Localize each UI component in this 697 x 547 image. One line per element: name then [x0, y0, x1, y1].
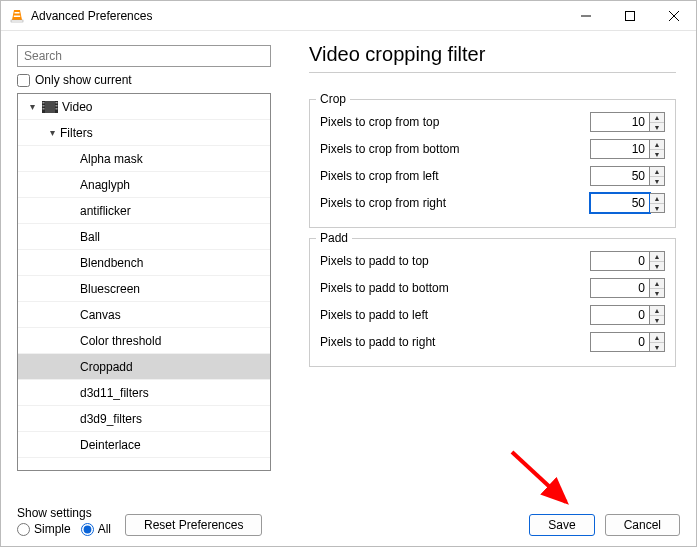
tree-item-filter[interactable]: Alpha mask — [18, 146, 270, 172]
show-settings-label: Show settings — [17, 506, 111, 520]
padd-top-spin[interactable]: ▲▼ — [590, 251, 665, 271]
padd-group: Padd Pixels to padd to top▲▼Pixels to pa… — [309, 238, 676, 367]
crop-group: Crop Pixels to crop from top▲▼Pixels to … — [309, 99, 676, 228]
padd-left-spin[interactable]: ▲▼ — [590, 305, 665, 325]
padd-left-label: Pixels to padd to left — [320, 308, 428, 322]
simple-radio[interactable] — [17, 523, 30, 536]
window-controls — [564, 1, 696, 31]
svg-rect-1 — [15, 12, 20, 14]
padd-top-input[interactable] — [590, 251, 650, 271]
search-input[interactable] — [17, 45, 271, 67]
close-button[interactable] — [652, 1, 696, 31]
simple-label: Simple — [34, 522, 71, 536]
tree-label: d3d9_filters — [80, 412, 142, 426]
tree-item-filter[interactable]: Blendbench — [18, 250, 270, 276]
only-show-current-label: Only show current — [35, 73, 132, 87]
spin-down-button[interactable]: ▼ — [650, 288, 664, 297]
spin-down-button[interactable]: ▼ — [650, 149, 664, 158]
svg-rect-15 — [56, 108, 58, 110]
padd-top-row: Pixels to padd to top▲▼ — [320, 248, 665, 274]
tree-label: Deinterlace — [80, 438, 141, 452]
crop-bottom-spin[interactable]: ▲▼ — [590, 139, 665, 159]
only-show-current-row[interactable]: Only show current — [17, 73, 279, 87]
padd-top-label: Pixels to padd to top — [320, 254, 429, 268]
video-icon — [42, 99, 58, 115]
reset-preferences-button[interactable]: Reset Preferences — [125, 514, 262, 536]
crop-top-spin[interactable]: ▲▼ — [590, 112, 665, 132]
spin-down-button[interactable]: ▼ — [650, 315, 664, 324]
padd-bottom-spin[interactable]: ▲▼ — [590, 278, 665, 298]
tree-label: Blendbench — [80, 256, 143, 270]
minimize-button[interactable] — [564, 1, 608, 31]
crop-bottom-label: Pixels to crop from bottom — [320, 142, 459, 156]
all-label: All — [98, 522, 111, 536]
tree-label: Video — [62, 100, 92, 114]
spin-down-button[interactable]: ▼ — [650, 342, 664, 351]
maximize-button[interactable] — [608, 1, 652, 31]
crop-bottom-input[interactable] — [590, 139, 650, 159]
padd-right-row: Pixels to padd to right▲▼ — [320, 329, 665, 355]
crop-right-spin[interactable]: ▲▼ — [590, 193, 665, 213]
tree-item-filter[interactable]: d3d11_filters — [18, 380, 270, 406]
padd-right-spin[interactable]: ▲▼ — [590, 332, 665, 352]
chevron-down-icon: ▾ — [26, 101, 38, 112]
svg-rect-13 — [56, 102, 58, 104]
spin-up-button[interactable]: ▲ — [650, 194, 664, 203]
only-show-current-checkbox[interactable] — [17, 74, 30, 87]
spin-down-button[interactable]: ▼ — [650, 122, 664, 131]
tree-item-filters[interactable]: ▾ Filters — [18, 120, 270, 146]
cancel-button[interactable]: Cancel — [605, 514, 680, 536]
left-panel: Only show current ▾ Video ▾ Filters Alph… — [1, 31, 279, 496]
vlc-icon — [9, 8, 25, 24]
tree-item-filter[interactable]: Anaglyph — [18, 172, 270, 198]
tree-label: Anaglyph — [80, 178, 130, 192]
crop-right-label: Pixels to crop from right — [320, 196, 446, 210]
bottom-bar: Show settings Simple All Reset Preferenc… — [1, 496, 696, 546]
spin-up-button[interactable]: ▲ — [650, 113, 664, 122]
crop-top-label: Pixels to crop from top — [320, 115, 439, 129]
tree-item-filter[interactable]: Color threshold — [18, 328, 270, 354]
crop-top-input[interactable] — [590, 112, 650, 132]
all-radio[interactable] — [81, 523, 94, 536]
crop-left-spin[interactable]: ▲▼ — [590, 166, 665, 186]
tree-item-filter[interactable]: antiflicker — [18, 198, 270, 224]
spin-up-button[interactable]: ▲ — [650, 252, 664, 261]
spin-up-button[interactable]: ▲ — [650, 167, 664, 176]
padd-left-input[interactable] — [590, 305, 650, 325]
crop-top-row: Pixels to crop from top▲▼ — [320, 109, 665, 135]
window-title: Advanced Preferences — [31, 9, 564, 23]
spin-up-button[interactable]: ▲ — [650, 279, 664, 288]
crop-left-input[interactable] — [590, 166, 650, 186]
spin-down-button[interactable]: ▼ — [650, 261, 664, 270]
tree-item-filter[interactable]: Deinterlace — [18, 432, 270, 458]
tree-item-filter[interactable]: Croppadd — [18, 354, 270, 380]
spin-down-button[interactable]: ▼ — [650, 203, 664, 212]
save-button[interactable]: Save — [529, 514, 594, 536]
tree-item-filter[interactable]: Ball — [18, 224, 270, 250]
spin-down-button[interactable]: ▼ — [650, 176, 664, 185]
chevron-down-icon: ▾ — [46, 127, 58, 138]
spin-up-button[interactable]: ▲ — [650, 306, 664, 315]
crop-right-input[interactable] — [590, 193, 650, 213]
padd-bottom-input[interactable] — [590, 278, 650, 298]
padd-right-input[interactable] — [590, 332, 650, 352]
crop-right-row: Pixels to crop from right▲▼ — [320, 190, 665, 216]
tree-label: antiflicker — [80, 204, 131, 218]
padd-left-row: Pixels to padd to left▲▼ — [320, 302, 665, 328]
spin-up-button[interactable]: ▲ — [650, 140, 664, 149]
spin-up-button[interactable]: ▲ — [650, 333, 664, 342]
page-title: Video cropping filter — [309, 43, 676, 73]
padd-legend: Padd — [316, 231, 352, 245]
svg-rect-11 — [43, 105, 45, 107]
svg-rect-12 — [43, 108, 45, 110]
category-tree[interactable]: ▾ Video ▾ Filters Alpha maskAnaglyphanti… — [17, 93, 271, 471]
titlebar: Advanced Preferences — [1, 1, 696, 31]
padd-bottom-label: Pixels to padd to bottom — [320, 281, 449, 295]
svg-rect-14 — [56, 105, 58, 107]
svg-rect-0 — [11, 20, 23, 22]
tree-item-video[interactable]: ▾ Video — [18, 94, 270, 120]
settings-panel: Video cropping filter Crop Pixels to cro… — [279, 31, 696, 496]
tree-item-filter[interactable]: Canvas — [18, 302, 270, 328]
tree-item-filter[interactable]: Bluescreen — [18, 276, 270, 302]
tree-item-filter[interactable]: d3d9_filters — [18, 406, 270, 432]
